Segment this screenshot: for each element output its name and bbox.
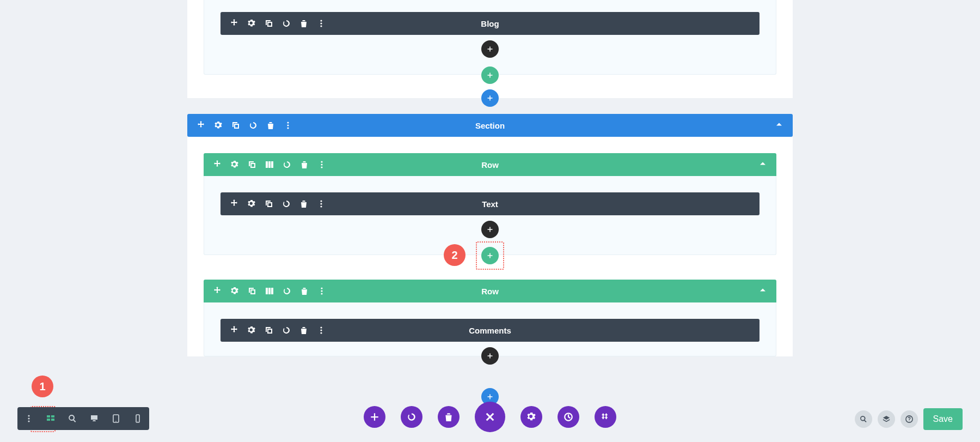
module-bar-text[interactable]: Text [220,192,759,215]
columns-icon[interactable] [265,286,274,296]
callout-1: 1 [32,376,53,397]
layers-button[interactable] [878,410,895,428]
add-section-button[interactable] [481,89,499,107]
more-icon[interactable] [317,286,327,296]
more-icon[interactable] [316,199,326,209]
power-icon[interactable] [281,325,291,335]
collapse-icon[interactable] [758,159,768,169]
move-icon[interactable] [196,120,206,130]
columns-icon[interactable] [265,160,274,169]
row-bar[interactable]: Row [204,153,776,176]
add-module-button[interactable] [481,40,499,58]
move-icon[interactable] [229,325,239,335]
help-button[interactable] [901,410,918,428]
duplicate-icon[interactable] [247,160,257,169]
save-button[interactable]: Save [923,408,963,430]
section-bar[interactable]: Section [187,114,793,137]
close-button[interactable] [475,402,505,432]
power-icon[interactable] [281,19,291,28]
trash-icon[interactable] [266,120,275,130]
tablet-view-icon[interactable] [111,414,121,423]
callout-2: 2 [444,244,465,266]
more-icon[interactable] [317,160,327,169]
gear-icon[interactable] [247,325,256,335]
module-bar-blog[interactable]: Blog [220,12,759,35]
more-icon[interactable] [316,325,326,335]
power-icon[interactable] [281,199,291,209]
row-bar[interactable]: Row [204,280,776,302]
trash-icon[interactable] [299,160,309,169]
desktop-view-icon[interactable] [89,414,99,423]
sort-button[interactable] [595,406,616,428]
trash-icon[interactable] [299,325,309,335]
power-icon[interactable] [282,286,292,296]
move-icon[interactable] [229,19,239,28]
more-icon[interactable] [24,414,34,423]
duplicate-icon[interactable] [247,286,257,296]
duplicate-icon[interactable] [264,325,274,335]
power-button[interactable] [401,406,422,428]
phone-view-icon[interactable] [133,414,143,423]
add-button[interactable] [364,406,385,428]
module-bar-comments[interactable]: Comments [220,319,759,342]
trash-icon[interactable] [299,286,309,296]
gear-icon[interactable] [230,160,240,169]
trash-icon[interactable] [299,199,309,209]
gear-icon[interactable] [247,199,256,209]
page-settings-toolbar [364,402,616,432]
add-row-button[interactable] [481,66,499,84]
add-module-button[interactable] [481,347,499,365]
view-toolbar [17,407,149,430]
gear-icon[interactable] [213,120,223,130]
move-icon[interactable] [212,160,222,169]
add-module-button[interactable] [481,221,499,238]
duplicate-icon[interactable] [264,199,274,209]
clear-button[interactable] [438,406,460,428]
duplicate-icon[interactable] [231,120,241,130]
history-button[interactable] [558,406,579,428]
add-row-button[interactable] [481,247,499,264]
settings-button[interactable] [520,406,542,428]
more-icon[interactable] [283,120,293,130]
duplicate-icon[interactable] [264,19,274,28]
gear-icon[interactable] [247,19,256,28]
trash-icon[interactable] [299,19,309,28]
callout-number: 1 [39,380,45,393]
move-icon[interactable] [212,286,222,296]
power-icon[interactable] [248,120,258,130]
callout-number: 2 [451,249,457,262]
gear-icon[interactable] [230,286,240,296]
more-icon[interactable] [316,19,326,28]
search-button[interactable] [855,410,872,428]
move-icon[interactable] [229,199,239,209]
collapse-icon[interactable] [774,120,784,130]
save-toolbar: Save [855,408,963,430]
wireframe-view-icon[interactable] [46,414,56,423]
power-icon[interactable] [282,160,292,169]
zoom-icon[interactable] [68,414,77,423]
collapse-icon[interactable] [758,286,768,295]
